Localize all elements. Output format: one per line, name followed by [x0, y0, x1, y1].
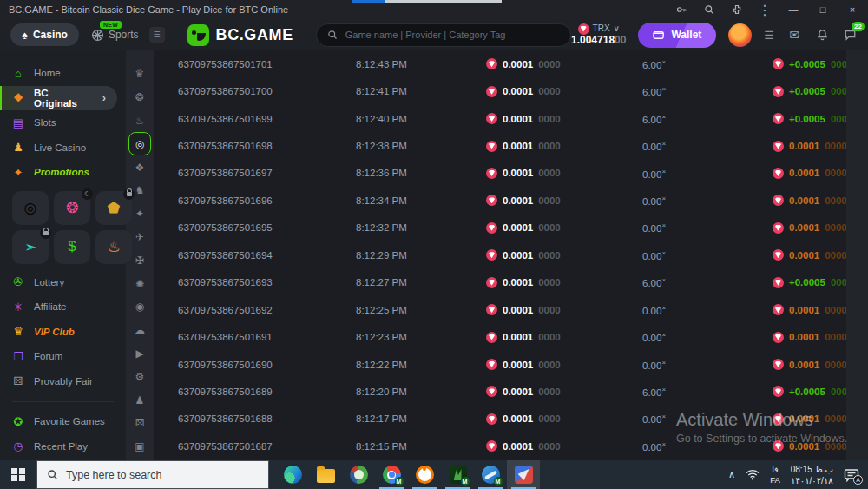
- bet-row[interactable]: 637097538675016968:12:34 PM0.000100000.0…: [154, 187, 846, 214]
- bet-profit-dim: 0000: [825, 250, 847, 261]
- bet-row[interactable]: 637097538675016878:12:15 PM0.000100000.0…: [154, 433, 846, 459]
- chat-icon[interactable]: 22: [842, 28, 858, 42]
- taskbar-search[interactable]: Type here to search: [36, 460, 269, 489]
- bet-time: 8:12:43 PM: [356, 59, 486, 69]
- sidebar-item-favorite-games[interactable]: ✪Favorite Games: [0, 409, 126, 434]
- bc-game-logo[interactable]: BC.GAME: [187, 24, 293, 46]
- minimize-button[interactable]: —: [786, 4, 800, 15]
- game-tile-lucky-spin[interactable]: ◎: [12, 191, 49, 225]
- game-fast-parity-icon[interactable]: ▶: [128, 342, 151, 366]
- browser-menu-icon[interactable]: ⋮: [759, 3, 771, 16]
- game-sky-icon[interactable]: ☁: [128, 319, 151, 342]
- close-button[interactable]: ×: [845, 4, 859, 15]
- taskbar-app-idm[interactable]: [342, 460, 375, 489]
- game-search-input[interactable]: [345, 30, 560, 40]
- bet-row[interactable]: 637097538675016948:12:29 PM0.000100000.0…: [154, 241, 846, 268]
- bet-profit-value: 0.0001: [789, 195, 819, 206]
- roll-wheel-icon: ❂: [66, 199, 78, 217]
- language-indicator[interactable]: فا FA: [770, 465, 780, 486]
- bet-row[interactable]: 637097538675016988:12:38 PM0.000100000.0…: [154, 132, 846, 159]
- avatar[interactable]: [728, 23, 752, 47]
- taskbar-app-file-explorer[interactable]: [309, 460, 342, 489]
- screen: BC.GAME - Bitcoin Classic Dice Game - Pl…: [0, 0, 868, 489]
- balance-selector[interactable]: TRX ∨ 1.00471800: [571, 23, 626, 47]
- sidebar-item-promotions[interactable]: ✦Promotions: [0, 160, 126, 185]
- clock[interactable]: ب.ظ 08:15 ۱۴۰۱/۰۲/۱۸: [791, 464, 833, 486]
- inbox-icon[interactable]: ✉: [786, 28, 802, 42]
- game-tile-piggy-bank[interactable]: ⬟: [95, 191, 132, 225]
- profile-menu-icon[interactable]: ☰: [764, 29, 774, 42]
- bet-row[interactable]: 637097538675016928:12:25 PM0.000100000.0…: [154, 296, 846, 323]
- bet-time: 8:12:23 PM: [356, 332, 486, 342]
- trx-coin-icon: [773, 222, 784, 234]
- game-machine-icon[interactable]: ⚙: [128, 365, 151, 388]
- sidebar-item-bc-originals[interactable]: ❖BC Originals›: [0, 86, 117, 111]
- game-coins-icon[interactable]: ❖: [128, 155, 151, 179]
- sidebar-item-forum[interactable]: ❒Forum: [0, 344, 126, 369]
- game-classic-dice-icon[interactable]: ◎: [128, 132, 151, 155]
- bet-row[interactable]: 637097538675016998:12:40 PM0.000100006.0…: [154, 105, 846, 132]
- bet-row[interactable]: 637097538675016958:12:32 PM0.000100000.0…: [154, 215, 846, 241]
- taskbar-app-green-app[interactable]: M: [441, 460, 474, 489]
- bet-row[interactable]: 637097538675016888:12:17 PM0.000100000.0…: [154, 406, 846, 433]
- start-button[interactable]: [0, 460, 36, 489]
- game-plinko-icon[interactable]: ♨: [128, 109, 151, 133]
- tab-sports[interactable]: NEW Sports: [91, 29, 139, 42]
- bet-row[interactable]: 637097538675016938:12:27 PM0.000100006.0…: [154, 269, 846, 296]
- key-icon[interactable]: [675, 3, 687, 16]
- game-roulette-icon[interactable]: ◉: [128, 295, 151, 319]
- sidebar-item-vip-club[interactable]: ♛VIP Club: [0, 320, 126, 345]
- bet-profit-dim: 0000: [825, 195, 847, 206]
- sidebar-item-slots[interactable]: ▤Slots: [0, 110, 126, 135]
- bet-id: 63709753867501693: [178, 277, 356, 287]
- game-tile-bonus-tag[interactable]: $: [54, 230, 90, 264]
- game-dice-duel-icon[interactable]: ⚄: [128, 412, 151, 435]
- wallet-button[interactable]: Wallet: [638, 23, 716, 48]
- sidebar-item-recent-play[interactable]: ◷Recent Play: [0, 434, 126, 459]
- taskbar-app-blue-app[interactable]: M: [474, 460, 507, 489]
- bet-amount: 0.00010000: [486, 195, 642, 206]
- restore-button[interactable]: □: [816, 4, 830, 15]
- scrollbar-track[interactable]: [846, 50, 868, 460]
- game-tile-coin-drop[interactable]: ♨: [95, 230, 132, 264]
- trx-coin-icon: [486, 332, 497, 343]
- lucky-spin-icon: ◎: [24, 199, 37, 217]
- sidebar-toggle-icon[interactable]: ☰: [149, 27, 165, 43]
- action-center-icon[interactable]: A: [844, 468, 859, 482]
- tab-casino[interactable]: ♠ Casino: [10, 23, 79, 46]
- bc-game-logo-text: BC.GAME: [216, 26, 293, 44]
- bet-row[interactable]: 637097538675017018:12:43 PM0.000100006.0…: [154, 50, 846, 77]
- taskbar-app-chrome[interactable]: M: [375, 460, 408, 489]
- bet-row[interactable]: 637097538675016898:12:20 PM0.000100006.0…: [154, 378, 846, 405]
- home-icon: ⌂: [11, 67, 25, 80]
- bet-row[interactable]: 637097538675016918:12:23 PM0.000100000.0…: [154, 323, 846, 350]
- game-twist-icon[interactable]: ❂: [128, 86, 151, 109]
- game-tile-rocket[interactable]: ➣: [12, 230, 49, 264]
- sidebar-item-home[interactable]: ⌂Home: [0, 61, 126, 86]
- taskbar-app-orange-app[interactable]: [408, 460, 441, 489]
- game-chess-icon[interactable]: ♟: [128, 388, 151, 412]
- taskbar-app-browser-tool[interactable]: [507, 460, 540, 489]
- bet-row[interactable]: 637097538675016908:12:22 PM0.000100000.0…: [154, 351, 846, 378]
- sidebar-item-affiliate[interactable]: ✳Affiliate: [0, 294, 126, 320]
- find-icon[interactable]: [703, 3, 715, 16]
- game-wheel-icon[interactable]: ✺: [128, 272, 151, 295]
- tray-chevron-icon[interactable]: ∧: [728, 469, 735, 480]
- wifi-icon[interactable]: [746, 469, 760, 480]
- taskbar-app-edge[interactable]: [276, 460, 309, 489]
- bet-row[interactable]: 637097538675016978:12:36 PM0.000100000.0…: [154, 160, 846, 187]
- game-video-poker-icon[interactable]: ▣: [128, 435, 151, 459]
- bet-amount-dim: 0000: [538, 332, 561, 342]
- bet-row[interactable]: 637097538675017008:12:41 PM0.000100006.0…: [154, 77, 846, 104]
- sidebar-item-lottery[interactable]: ✇Lottery: [0, 270, 126, 295]
- trx-coin-icon: [486, 141, 497, 152]
- bell-icon[interactable]: [814, 28, 830, 42]
- trx-coin-icon: [486, 277, 497, 288]
- sidebar-item-provably-fair[interactable]: ⚄Provably Fair: [0, 369, 126, 394]
- bet-time: 8:12:20 PM: [356, 387, 486, 397]
- game-crash-icon[interactable]: ♛: [128, 63, 151, 86]
- game-tile-roll-wheel[interactable]: ❂☾: [54, 191, 90, 225]
- extensions-icon[interactable]: [731, 3, 743, 16]
- sidebar-item-live-casino[interactable]: ♟Live Casino: [0, 135, 126, 161]
- game-search[interactable]: [316, 23, 571, 47]
